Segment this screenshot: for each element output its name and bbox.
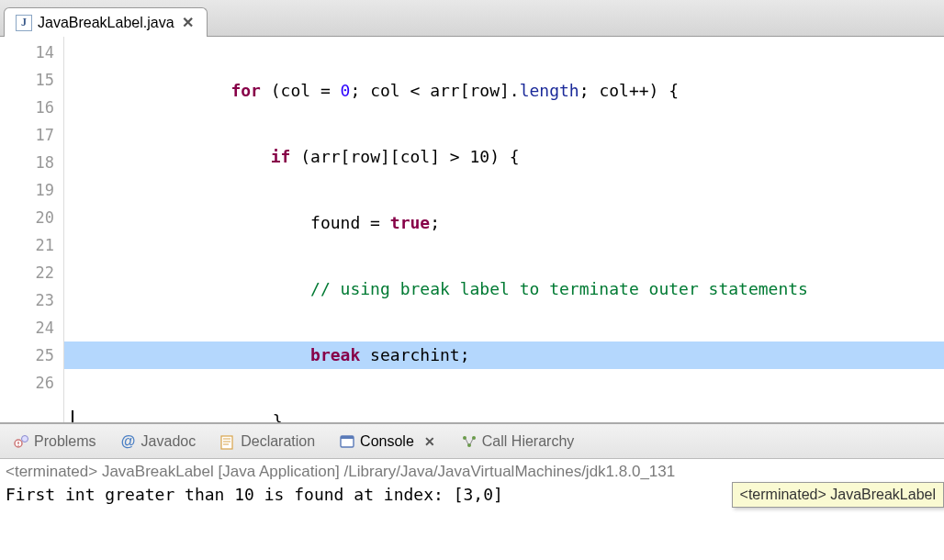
tab-label: Console [360, 433, 414, 450]
line-number: 14 [0, 39, 63, 66]
svg-point-1 [17, 444, 18, 445]
line-number: 20 [0, 204, 63, 231]
code-line[interactable]: if (arr[row][col] > 10) { [64, 143, 944, 171]
line-number: 21 [0, 231, 63, 259]
editor-tab-filename: JavaBreakLabel.java [38, 15, 174, 31]
svg-point-2 [22, 435, 28, 442]
tooltip-popup: <terminated> JavaBreakLabel [732, 482, 944, 508]
tab-declaration[interactable]: Declaration [214, 430, 320, 454]
bottom-panel: Problems @ Javadoc Declaration Console ✕… [0, 422, 944, 508]
console-body: <terminated> JavaBreakLabel [Java Applic… [0, 459, 944, 508]
console-process-header: <terminated> JavaBreakLabel [Java Applic… [6, 463, 938, 481]
line-number: 16 [0, 94, 63, 121]
svg-rect-3 [221, 436, 232, 449]
line-number: 25 [0, 342, 63, 369]
editor-tabs-bar: J JavaBreakLabel.java ✕ [0, 0, 944, 37]
line-number: 26 [0, 369, 63, 397]
line-number: 19 [0, 176, 63, 204]
comment: // using break label to terminate outer … [310, 279, 808, 298]
code-line[interactable]: for (col = 0; col < arr[row].length; col… [64, 77, 944, 105]
code-content[interactable]: for (col = 0; col < arr[row].length; col… [64, 37, 944, 422]
line-number: 15 [0, 66, 63, 94]
svg-rect-8 [341, 436, 354, 439]
tab-javadoc[interactable]: @ Javadoc [115, 430, 202, 454]
tab-label: Declaration [241, 433, 315, 450]
keyword-for: for [230, 81, 261, 100]
code-line[interactable]: // using break label to terminate outer … [64, 275, 944, 303]
code-line[interactable]: } [64, 408, 944, 422]
code-editor[interactable]: 14 15 16 17 18 19 20 21 22 23 24 25 26 f… [0, 37, 944, 422]
close-icon[interactable]: ✕ [422, 434, 437, 449]
tab-label: Javadoc [141, 433, 197, 450]
keyword-if: if [271, 147, 291, 166]
javadoc-icon: @ [120, 433, 137, 450]
code-line-highlighted[interactable]: break searchint; [64, 342, 944, 369]
panel-tabs-bar: Problems @ Javadoc Declaration Console ✕… [0, 424, 944, 459]
tab-console[interactable]: Console ✕ [333, 430, 443, 454]
keyword-break: break [310, 345, 360, 364]
tab-label: Problems [34, 433, 96, 450]
declaration-icon [219, 433, 236, 450]
line-number: 24 [0, 314, 63, 342]
keyword-true: true [390, 213, 430, 232]
console-icon [339, 433, 355, 450]
close-icon[interactable]: ✕ [180, 14, 196, 31]
line-number: 17 [0, 121, 63, 149]
tab-label: Call Hierarchy [482, 433, 574, 450]
call-hierarchy-icon [461, 433, 478, 450]
line-number: 23 [0, 286, 63, 314]
tab-problems[interactable]: Problems [7, 430, 102, 454]
line-number-gutter: 14 15 16 17 18 19 20 21 22 23 24 25 26 [0, 37, 64, 422]
problems-icon [13, 433, 29, 450]
code-line[interactable]: found = true; [64, 209, 944, 237]
java-file-icon: J [16, 15, 32, 31]
editor-tab-javabreaklabel[interactable]: J JavaBreakLabel.java ✕ [4, 7, 208, 37]
text-cursor [72, 410, 73, 422]
line-number: 18 [0, 149, 63, 176]
tab-call-hierarchy[interactable]: Call Hierarchy [455, 430, 579, 454]
line-number: 22 [0, 259, 63, 286]
